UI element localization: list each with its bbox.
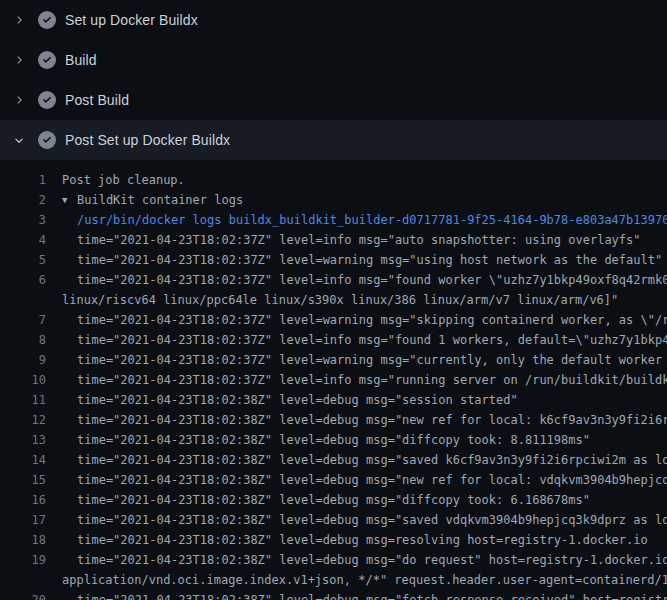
log-line: 17time="2021-04-23T18:02:38Z" level=debu… <box>0 510 667 530</box>
log-line: 19time="2021-04-23T18:02:38Z" level=debu… <box>0 550 667 570</box>
step-label: Set up Docker Buildx <box>65 12 198 28</box>
log-line-number[interactable]: 14 <box>0 450 46 470</box>
log-line: 13time="2021-04-23T18:02:38Z" level=debu… <box>0 430 667 450</box>
log-text: time="2021-04-23T18:02:38Z" level=debug … <box>46 470 667 490</box>
log-text: time="2021-04-23T18:02:38Z" level=debug … <box>46 410 667 430</box>
step-row-post-build[interactable]: Post Build <box>0 80 667 120</box>
steps-list: Set up Docker Buildx Build Post Build Po… <box>0 0 667 160</box>
log-line-number[interactable]: 2 <box>0 190 46 210</box>
log-line-number[interactable]: 20 <box>0 590 46 600</box>
log-text: time="2021-04-23T18:02:38Z" level=debug … <box>46 450 667 470</box>
log-line-number[interactable]: 19 <box>0 550 46 570</box>
log-line: 20time="2021-04-23T18:02:38Z" level=debu… <box>0 590 667 600</box>
log-line-number[interactable]: 4 <box>0 230 46 250</box>
step-row-post-set-up-docker-buildx[interactable]: Post Set up Docker Buildx <box>0 120 667 160</box>
chevron-right-icon[interactable] <box>12 93 26 107</box>
log-line-number <box>0 570 46 590</box>
log-line: 1Post job cleanup. <box>0 170 667 190</box>
log-text: time="2021-04-23T18:02:37Z" level=info m… <box>46 270 667 290</box>
log-text: time="2021-04-23T18:02:37Z" level=warnin… <box>46 350 667 370</box>
log-text: time="2021-04-23T18:02:37Z" level=warnin… <box>46 310 667 330</box>
log-line-number[interactable]: 7 <box>0 310 46 330</box>
group-collapse-triangle-icon[interactable]: ▼ <box>62 190 77 210</box>
log-text: application/vnd.oci.image.index.v1+json,… <box>46 570 667 590</box>
log-line: 14time="2021-04-23T18:02:38Z" level=debu… <box>0 450 667 470</box>
log-line-number[interactable]: 3 <box>0 210 46 230</box>
check-circle-icon <box>38 51 56 69</box>
log-line-number[interactable]: 5 <box>0 250 46 270</box>
step-label: Post Build <box>65 92 129 108</box>
log-text: time="2021-04-23T18:02:38Z" level=debug … <box>46 530 648 550</box>
log-line: 3/usr/bin/docker logs buildx_buildkit_bu… <box>0 210 667 230</box>
log-line: 6time="2021-04-23T18:02:37Z" level=info … <box>0 270 667 290</box>
log-text: time="2021-04-23T18:02:38Z" level=debug … <box>46 510 667 530</box>
log-line-number[interactable]: 16 <box>0 490 46 510</box>
log-line-number[interactable]: 9 <box>0 350 46 370</box>
log-line-continuation: linux/riscv64 linux/ppc64le linux/s390x … <box>0 290 667 310</box>
log-group-title: BuildKit container logs <box>77 193 243 207</box>
log-line: 15time="2021-04-23T18:02:38Z" level=debu… <box>0 470 667 490</box>
check-circle-icon <box>38 131 56 149</box>
log-text: time="2021-04-23T18:02:37Z" level=info m… <box>46 230 641 250</box>
log-text: linux/riscv64 linux/ppc64le linux/s390x … <box>46 290 618 310</box>
check-circle-icon <box>38 11 56 29</box>
chevron-right-icon[interactable] <box>12 53 26 67</box>
step-row-build[interactable]: Build <box>0 40 667 80</box>
log-line-number[interactable]: 13 <box>0 430 46 450</box>
log-command-text: /usr/bin/docker logs buildx_buildkit_bui… <box>46 210 667 230</box>
log-line: 9time="2021-04-23T18:02:37Z" level=warni… <box>0 350 667 370</box>
log-line: 11time="2021-04-23T18:02:38Z" level=debu… <box>0 390 667 410</box>
log-line-number[interactable]: 15 <box>0 470 46 490</box>
log-line-number[interactable]: 8 <box>0 330 46 350</box>
log-text: time="2021-04-23T18:02:37Z" level=warnin… <box>46 250 662 270</box>
log-text: ▼BuildKit container logs <box>46 190 243 210</box>
log-text: time="2021-04-23T18:02:37Z" level=info m… <box>46 370 667 390</box>
log-text: time="2021-04-23T18:02:37Z" level=info m… <box>46 330 667 350</box>
step-row-set-up-docker-buildx[interactable]: Set up Docker Buildx <box>0 0 667 40</box>
log-text: time="2021-04-23T18:02:38Z" level=debug … <box>46 490 590 510</box>
log-line-number[interactable]: 17 <box>0 510 46 530</box>
chevron-right-icon[interactable] <box>12 13 26 27</box>
log-viewer: 1Post job cleanup.2▼BuildKit container l… <box>0 160 667 600</box>
log-line-number[interactable]: 10 <box>0 370 46 390</box>
log-line: 5time="2021-04-23T18:02:37Z" level=warni… <box>0 250 667 270</box>
check-circle-icon <box>38 91 56 109</box>
log-text: Post job cleanup. <box>46 170 185 190</box>
log-line: 16time="2021-04-23T18:02:38Z" level=debu… <box>0 490 667 510</box>
step-label: Build <box>65 52 97 68</box>
log-line: 18time="2021-04-23T18:02:38Z" level=debu… <box>0 530 667 550</box>
log-line-number[interactable]: 12 <box>0 410 46 430</box>
log-text: time="2021-04-23T18:02:38Z" level=debug … <box>46 430 590 450</box>
log-text: time="2021-04-23T18:02:38Z" level=debug … <box>46 590 667 600</box>
log-line: 12time="2021-04-23T18:02:38Z" level=debu… <box>0 410 667 430</box>
log-line-continuation: application/vnd.oci.image.index.v1+json,… <box>0 570 667 590</box>
step-label: Post Set up Docker Buildx <box>65 132 230 148</box>
log-line: 10time="2021-04-23T18:02:37Z" level=info… <box>0 370 667 390</box>
log-line-number[interactable]: 1 <box>0 170 46 190</box>
log-line-number[interactable]: 18 <box>0 530 46 550</box>
chevron-down-icon[interactable] <box>12 133 26 147</box>
log-text: time="2021-04-23T18:02:38Z" level=debug … <box>46 390 518 410</box>
log-line-number[interactable]: 11 <box>0 390 46 410</box>
log-line: 7time="2021-04-23T18:02:37Z" level=warni… <box>0 310 667 330</box>
log-line: 4time="2021-04-23T18:02:37Z" level=info … <box>0 230 667 250</box>
log-line-number[interactable]: 6 <box>0 270 46 290</box>
log-line: 2▼BuildKit container logs <box>0 190 667 210</box>
log-line: 8time="2021-04-23T18:02:37Z" level=info … <box>0 330 667 350</box>
log-line-number <box>0 290 46 310</box>
log-text: time="2021-04-23T18:02:38Z" level=debug … <box>46 550 667 570</box>
